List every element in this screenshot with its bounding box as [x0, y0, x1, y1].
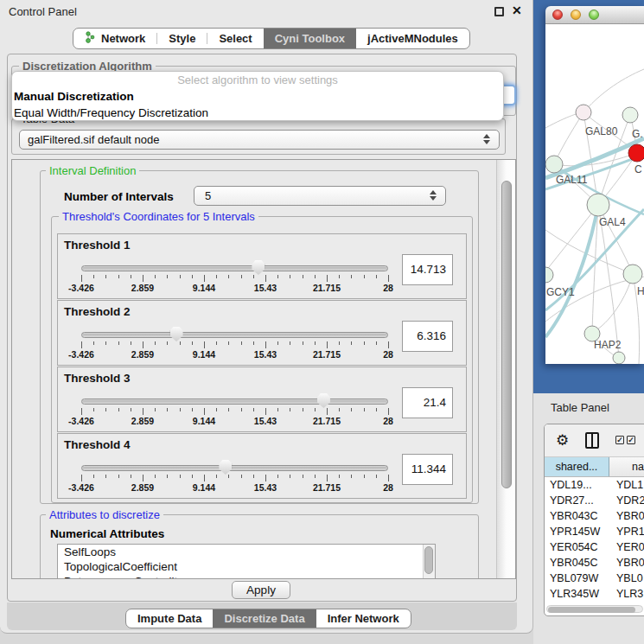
list-scrollbar-track[interactable] [423, 545, 435, 579]
threshold-1-label: Threshold 1 [64, 239, 131, 252]
slider-tick-label: 2.859 [131, 349, 154, 360]
table-row[interactable]: YBR043CYBR0 [545, 508, 644, 524]
tab-jactivemnodules[interactable]: jActiveMNodules [356, 29, 469, 48]
node-top-right [622, 107, 638, 123]
table-hscrollbar-thumb[interactable] [548, 607, 635, 613]
threshold-3-value-field[interactable]: 21.4 [402, 387, 453, 418]
table-row[interactable]: YDR27...YDR2 [545, 493, 644, 508]
threshold-3-slider-thumb[interactable] [317, 393, 330, 408]
settings-scrollbar-thumb[interactable] [501, 181, 512, 488]
algorithm-option-equal-width[interactable]: Equal Width/Frequency Discretization [12, 105, 503, 121]
network-node-label: GCY1 [546, 286, 575, 298]
apply-button[interactable]: Apply [232, 581, 290, 599]
threshold-1-slider-thumb[interactable] [252, 260, 265, 275]
table-row[interactable]: YER054CYER0 [545, 539, 644, 555]
threshold-4-value-field[interactable]: 11.344 [402, 454, 453, 485]
minimize-traffic-light-icon[interactable] [571, 10, 581, 20]
attribute-list-item[interactable]: SelfLoops [58, 545, 435, 559]
network-node-label: GAL80 [585, 125, 618, 137]
threshold-4-slider-track[interactable] [81, 465, 388, 471]
threshold-1-slider-track[interactable] [81, 265, 388, 271]
slider-ticks [81, 475, 389, 481]
slider-ticks [81, 408, 389, 415]
threshold-1-panel: Threshold 1 -3.4262.8599.14415.4321.7152… [57, 233, 467, 299]
network-node-label: C [634, 163, 642, 175]
table-data-combobox[interactable]: galFiltered.sif default node [19, 130, 500, 150]
slider-tick-label: -3.426 [68, 482, 94, 493]
node-bottom [613, 352, 625, 364]
threshold-4-slider-thumb[interactable] [219, 460, 232, 475]
list-scrollbar-thumb[interactable] [424, 546, 433, 574]
slider-tick-label: -3.426 [68, 283, 94, 293]
tab-impute-data[interactable]: Impute Data [126, 609, 213, 628]
table-toolbar: ⚙ ✓ ✓ [545, 424, 644, 457]
table-row[interactable]: YBR045CYBR0 [545, 555, 644, 571]
threshold-2-slider-thumb[interactable] [170, 327, 183, 341]
table-hscrollbar-track[interactable] [546, 605, 643, 613]
threshold-4-label: Threshold 4 [64, 438, 131, 451]
tab-infer-network[interactable]: Infer Network [316, 609, 411, 628]
tab-style[interactable]: Style [157, 29, 207, 48]
slider-tick-label: -3.426 [68, 349, 94, 360]
attributes-fieldset: Attributes to discretize Numerical Attri… [40, 514, 479, 579]
threshold-2-value-field[interactable]: 6.316 [402, 321, 453, 352]
float-window-icon[interactable] [494, 7, 504, 16]
checkbox-icon[interactable]: ✓ [627, 436, 635, 444]
tab-network-label: Network [101, 32, 145, 45]
tab-discretize-data[interactable]: Discretize Data [213, 609, 316, 628]
table-row[interactable]: YLR345WYLR3 [545, 586, 644, 602]
table-row[interactable]: YDL19...YDL1 [545, 477, 644, 493]
number-of-intervals-combobox[interactable]: 5 [194, 186, 446, 206]
slider-tick-labels: -3.4262.8599.14415.4321.71528 [81, 416, 389, 426]
close-icon[interactable]: ✕ [512, 3, 522, 17]
slider-tick-label: 9.144 [193, 349, 215, 360]
algorithm-hint-item[interactable]: Select algorithm to view settings [12, 72, 503, 88]
tab-select[interactable]: Select [207, 29, 263, 48]
slider-tick-labels: -3.4262.8599.14415.4321.71528 [81, 283, 389, 293]
number-of-intervals-label: Number of Intervals [64, 190, 174, 203]
interval-definition-legend: Interval Definition [46, 164, 139, 177]
column-header-name[interactable]: na [609, 457, 644, 476]
node-table-window: ⚙ ✓ ✓ shared... na YDL19...YDL1YDR27...Y… [544, 424, 644, 616]
slider-tick-label: 9.144 [193, 416, 215, 426]
threshold-2-label: Threshold 2 [64, 305, 131, 318]
slider-ticks [81, 275, 389, 282]
threshold-2-slider-track[interactable] [81, 332, 388, 338]
threshold-3-label: Threshold 3 [64, 372, 131, 385]
slider-tick-label: 28 [383, 349, 393, 360]
threshold-coordinates-legend: Threshold's Coordinates for 5 Intervals [59, 210, 258, 223]
control-panel-window: Control Panel ✕ Network Style Select Cyn… [0, 0, 533, 634]
network-node-label: GAL4 [599, 216, 626, 228]
zoom-traffic-light-icon[interactable] [589, 10, 599, 20]
slider-tick-label: 21.715 [313, 349, 341, 360]
node-gal4 [587, 194, 609, 216]
attribute-list-item[interactable]: BetweennessCentrality [58, 574, 435, 579]
columns-icon[interactable] [585, 432, 599, 449]
tab-network[interactable]: Network [73, 29, 156, 48]
table-panel-title: Table Panel [551, 401, 609, 414]
slider-tick-label: 2.859 [131, 416, 154, 426]
threshold-1-value-field[interactable]: 14.713 [402, 254, 453, 285]
network-window-titlebar[interactable] [545, 6, 644, 24]
slider-tick-label: 9.144 [193, 283, 215, 293]
table-row[interactable]: YPR145WYPR1 [545, 524, 644, 539]
numerical-attributes-list[interactable]: SelfLoopsTopologicalCoefficientBetweenne… [57, 544, 436, 579]
network-icon [85, 31, 96, 46]
slider-tick-label: 21.715 [313, 482, 341, 493]
table-row[interactable]: YBL079WYBL0 [545, 571, 644, 586]
network-canvas[interactable]: GAL80G.GAL11CGAL4GCY1HHAP2 [545, 24, 644, 364]
close-traffic-light-icon[interactable] [552, 10, 563, 20]
algorithm-option-manual[interactable]: Manual Discretization [12, 88, 503, 105]
slider-tick-label: -3.426 [68, 416, 94, 426]
attribute-list-item[interactable]: TopologicalCoefficient [58, 559, 435, 574]
column-header-shared-name[interactable]: shared... [545, 457, 609, 476]
slider-tick-label: 21.715 [313, 416, 341, 426]
gear-icon[interactable]: ⚙ [556, 432, 569, 450]
checkbox-icon[interactable]: ✓ [615, 436, 624, 444]
threshold-2-panel: Threshold 2 -3.4262.8599.14415.4321.7152… [57, 300, 467, 366]
attributes-legend: Attributes to discretize [46, 508, 163, 521]
network-graph: GAL80G.GAL11CGAL4GCY1HHAP2 [545, 24, 644, 364]
threshold-3-slider-track[interactable] [81, 399, 388, 405]
settings-scrollbar-track[interactable] [496, 160, 516, 578]
tab-cyni-toolbox[interactable]: Cyni Toolbox [264, 29, 356, 48]
